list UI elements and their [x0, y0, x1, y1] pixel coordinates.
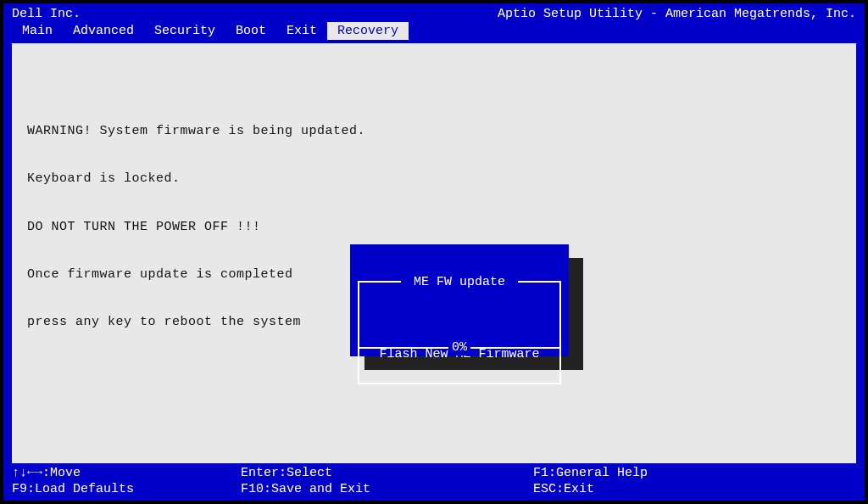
- hint-move: ↑↓←→:Move: [12, 466, 241, 482]
- vendor-label: Dell Inc.: [12, 7, 81, 21]
- utility-label: Aptio Setup Utility - American Megatrend…: [498, 7, 856, 21]
- footer-col-3: F1:General Help ESC:Exit: [533, 466, 856, 498]
- warning-line-2: Keyboard is locked.: [27, 171, 841, 188]
- menu-exit[interactable]: Exit: [276, 22, 327, 40]
- progress-label: 0%: [448, 340, 470, 356]
- hint-save-exit: F10:Save and Exit: [241, 482, 533, 498]
- menu-main[interactable]: Main: [12, 22, 63, 40]
- footer-col-2: Enter:Select F10:Save and Exit: [241, 466, 533, 498]
- hint-help: F1:General Help: [533, 466, 856, 482]
- warning-line-1: WARNING! System firmware is being update…: [27, 124, 841, 140]
- menu-boot[interactable]: Boot: [225, 22, 276, 40]
- update-dialog: ME FW update Flash New ME Firmware 0%: [350, 244, 569, 356]
- menu-bar: Main Advanced Security Boot Exit Recover…: [3, 22, 865, 43]
- content-panel: WARNING! System firmware is being update…: [12, 43, 856, 463]
- header-bar: Dell Inc. Aptio Setup Utility - American…: [3, 3, 865, 22]
- warning-line-3: DO NOT TURN THE POWER OFF !!!: [27, 220, 841, 236]
- dialog-frame: ME FW update Flash New ME Firmware 0%: [358, 281, 561, 384]
- footer-col-1: ↑↓←→:Move F9:Load Defaults: [12, 466, 241, 498]
- hint-select: Enter:Select: [241, 466, 533, 482]
- hint-exit: ESC:Exit: [533, 482, 856, 498]
- hint-load-defaults: F9:Load Defaults: [12, 482, 241, 498]
- footer-help-bar: ↑↓←→:Move F9:Load Defaults Enter:Select …: [3, 463, 865, 500]
- menu-advanced[interactable]: Advanced: [63, 22, 144, 40]
- dialog-title: ME FW update: [401, 275, 518, 291]
- bios-screen: Dell Inc. Aptio Setup Utility - American…: [3, 3, 865, 501]
- menu-security[interactable]: Security: [144, 22, 225, 40]
- menu-recovery[interactable]: Recovery: [327, 22, 409, 40]
